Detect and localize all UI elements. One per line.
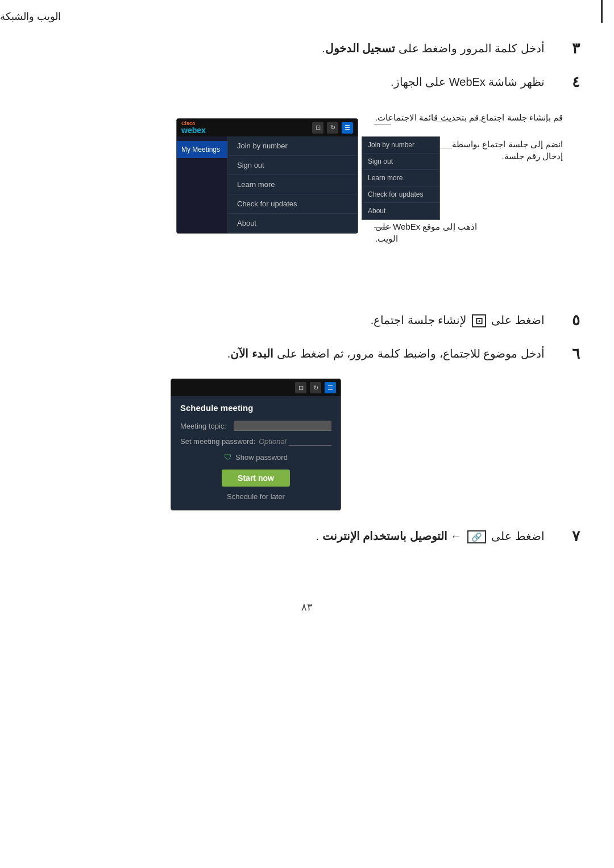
step-6-number: ٦ <box>551 345 580 363</box>
sched-icon-menu[interactable]: ☰ <box>325 382 336 393</box>
show-password-label: Show password <box>235 453 288 462</box>
show-password-row[interactable]: 🛡 Show password <box>180 452 331 462</box>
dropdown-learn-more[interactable]: Learn more <box>362 170 439 186</box>
password-underline <box>289 437 331 446</box>
menu-join-number[interactable]: Join by number <box>228 136 358 156</box>
step-7: ٧ اضغط على 🔗 ← التوصيل باستخدام الإنترنت… <box>34 528 580 545</box>
step-6-text: أدخل موضوع للاجتماع، واضبط كلمة مرور، ثم… <box>227 345 545 362</box>
page-header-text: الويب والشبكة <box>0 10 67 23</box>
icon-screen[interactable]: ⊡ <box>312 122 323 134</box>
page-number: ٨٣ <box>0 601 614 630</box>
schedule-title: Schedule meeting <box>180 403 331 413</box>
topic-label: Meeting topic: <box>180 422 231 430</box>
step-5-number: ٥ <box>551 312 580 329</box>
schedule-window: ⊡ ↻ ☰ Schedule meeting Meeting topic: Se… <box>171 379 341 510</box>
annotation-join-session: انضم إلى جلسة اجتماع بواسطةإدخال رقم جلس… <box>452 138 563 162</box>
schedule-later-link[interactable]: Schedule for later <box>180 492 331 501</box>
schedule-body: Schedule meeting Meeting topic: Set meet… <box>171 396 341 510</box>
step-4-text: تظهر شاشة WebEx على الجهاز. <box>391 73 545 90</box>
menu-check-updates[interactable]: Check for updates <box>228 194 358 214</box>
webex-logo: Cisco webex <box>181 121 206 134</box>
sidebar-my-meetings[interactable]: My Meetings <box>177 141 227 158</box>
password-row: Set meeting password: Optional <box>180 437 331 446</box>
annotation-update-list: قم بتحديث قائمة الاجتماعات. <box>375 113 563 123</box>
topic-input[interactable] <box>234 421 331 431</box>
internet-icon: 🔗 <box>467 530 486 543</box>
webex-dropdown: Join by number Sign out Learn more Check… <box>362 136 440 220</box>
page-header: الويب والشبكة <box>0 0 603 23</box>
line-update <box>374 124 391 124</box>
menu-sign-out[interactable]: Sign out <box>228 156 358 175</box>
annotation-go-webex: اذهب إلى موقع WebEx علىالويب. <box>375 221 477 244</box>
icon-menu[interactable]: ☰ <box>342 122 353 134</box>
start-now-button[interactable]: Start now <box>222 470 290 487</box>
dropdown-join-number[interactable]: Join by number <box>362 137 439 153</box>
webex-content: My Meetings Join by number Sign out Lear… <box>177 136 358 233</box>
menu-learn-more[interactable]: Learn more <box>228 175 358 194</box>
webex-toolbar-icons: ⊡ ↻ ☰ <box>312 122 353 134</box>
step-3-text: أدخل كلمة المرور واضغط على تسجيل الدخول. <box>322 40 545 57</box>
dropdown-check-updates[interactable]: Check for updates <box>362 186 439 203</box>
webex-window: Cisco webex ⊡ ↻ ☰ My Meetings Join by nu… <box>176 118 358 234</box>
step-4-number: ٤ <box>551 73 580 91</box>
webex-titlebar: Cisco webex ⊡ ↻ ☰ <box>177 119 358 136</box>
step-6: ٦ أدخل موضوع للاجتماع، واضبط كلمة مرور، … <box>34 345 580 363</box>
line-webex <box>374 227 391 228</box>
webex-screenshot-section: قم بإنشاء جلسة اجتماع. انضم إلى جلسة اجت… <box>34 107 580 300</box>
menu-about[interactable]: About <box>228 214 358 233</box>
sched-icon-screen[interactable]: ⊡ <box>295 382 306 393</box>
password-label: Set meeting password: <box>180 437 255 446</box>
dropdown-about[interactable]: About <box>362 203 439 219</box>
step-7-text: اضغط على 🔗 ← التوصيل باستخدام الإنترنت . <box>316 528 545 545</box>
webex-sidebar: My Meetings <box>177 136 228 233</box>
schedule-titlebar: ⊡ ↻ ☰ <box>171 379 341 396</box>
schedule-icons: ⊡ ↻ ☰ <box>295 382 336 393</box>
shield-icon: 🛡 <box>224 452 232 462</box>
step-5: ٥ اضغط على ⊡ لإنشاء جلسة اجتماع. <box>34 312 580 329</box>
webex-menu: Join by number Sign out Learn more Check… <box>228 136 358 233</box>
topic-field: Meeting topic: <box>180 421 331 431</box>
dropdown-sign-out[interactable]: Sign out <box>362 153 439 170</box>
step-7-number: ٧ <box>551 528 580 545</box>
step-5-text: اضغط على ⊡ لإنشاء جلسة اجتماع. <box>371 312 545 329</box>
step-4: ٤ تظهر شاشة WebEx على الجهاز. <box>34 73 580 91</box>
password-optional: Optional <box>259 437 286 446</box>
step-3: ٣ أدخل كلمة المرور واضغط على تسجيل الدخو… <box>34 40 580 57</box>
icon-refresh[interactable]: ↻ <box>327 122 338 134</box>
schedule-section: ⊡ ↻ ☰ Schedule meeting Meeting topic: Se… <box>34 379 580 510</box>
content-area: ٣ أدخل كلمة المرور واضغط على تسجيل الدخو… <box>0 23 614 578</box>
step-3-number: ٣ <box>551 40 580 57</box>
sched-icon-refresh[interactable]: ↻ <box>310 382 321 393</box>
